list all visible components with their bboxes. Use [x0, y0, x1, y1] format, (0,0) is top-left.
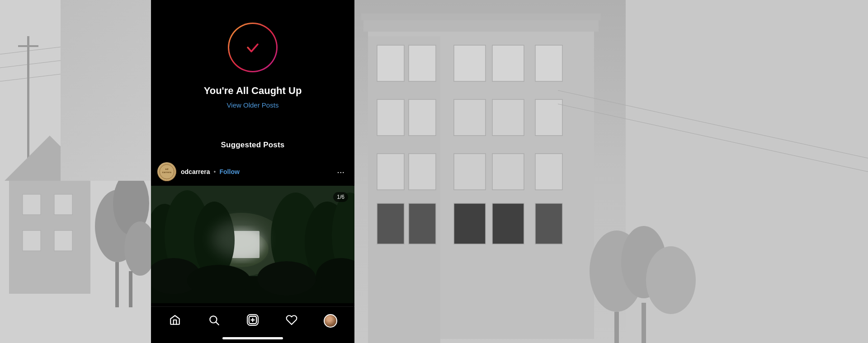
svg-rect-31 — [409, 154, 436, 190]
phone-content: You're All Caught Up View Older Posts Su… — [151, 0, 354, 306]
svg-rect-26 — [409, 99, 436, 136]
nav-add[interactable] — [241, 311, 264, 331]
svg-text:carrera: carrera — [162, 171, 171, 174]
svg-rect-20 — [377, 45, 404, 81]
avatar-image: od carrera — [157, 162, 176, 181]
svg-point-65 — [187, 265, 250, 296]
heart-icon — [286, 314, 297, 328]
svg-rect-15 — [129, 271, 132, 307]
svg-rect-43 — [614, 312, 619, 343]
caught-up-title: You're All Caught Up — [204, 85, 302, 97]
home-icon — [169, 314, 181, 328]
post-user-info: odcarrera • Follow — [181, 168, 329, 175]
svg-text:od: od — [165, 168, 168, 170]
svg-rect-8 — [54, 194, 72, 215]
caught-up-section: You're All Caught Up View Older Posts — [151, 0, 354, 127]
svg-rect-29 — [535, 99, 562, 136]
svg-point-42 — [646, 246, 696, 314]
svg-line-45 — [558, 90, 868, 158]
svg-rect-38 — [492, 203, 524, 244]
svg-rect-25 — [377, 99, 404, 136]
svg-rect-14 — [115, 262, 119, 307]
suggested-posts-section: Suggested Posts od carrera — [151, 127, 354, 306]
background-right — [354, 0, 868, 343]
svg-rect-32 — [454, 154, 486, 190]
view-older-posts-link[interactable]: View Older Posts — [227, 101, 279, 109]
svg-rect-23 — [492, 45, 524, 81]
home-indicator — [222, 337, 283, 339]
svg-rect-21 — [409, 45, 436, 81]
svg-rect-36 — [409, 203, 436, 244]
svg-rect-28 — [492, 99, 524, 136]
svg-marker-6 — [5, 136, 95, 181]
nav-home[interactable] — [164, 311, 186, 331]
user-avatar[interactable]: od carrera — [157, 162, 176, 181]
add-icon — [247, 314, 259, 328]
check-circle-icon — [228, 23, 278, 72]
svg-rect-18 — [361, 14, 601, 20]
svg-rect-4 — [18, 45, 38, 47]
follow-button[interactable]: Follow — [220, 168, 240, 175]
post-username[interactable]: odcarrera — [181, 168, 210, 175]
svg-rect-33 — [492, 154, 524, 190]
svg-line-1 — [0, 50, 151, 68]
background-left — [0, 0, 151, 343]
svg-rect-37 — [454, 203, 486, 244]
post-image[interactable]: 1/6 — [151, 186, 354, 303]
nav-activity[interactable] — [280, 311, 303, 331]
svg-rect-30 — [377, 154, 404, 190]
nav-search[interactable] — [203, 311, 225, 331]
svg-rect-55 — [223, 231, 259, 258]
svg-line-2 — [0, 63, 151, 81]
image-counter-badge: 1/6 — [333, 192, 348, 202]
search-icon — [208, 314, 220, 328]
svg-rect-7 — [23, 194, 41, 215]
svg-rect-35 — [377, 203, 404, 244]
post-image-svg — [151, 186, 354, 303]
post-header: od carrera odcarrera • Follow ··· — [151, 158, 354, 186]
svg-rect-9 — [23, 230, 41, 251]
suggested-header: Suggested Posts — [151, 127, 354, 158]
dot-separator: • — [214, 168, 216, 175]
phone-container: You're All Caught Up View Older Posts Su… — [151, 0, 354, 343]
svg-rect-44 — [642, 303, 646, 343]
more-options-button[interactable]: ··· — [333, 165, 348, 178]
svg-rect-10 — [54, 230, 72, 251]
svg-rect-22 — [454, 45, 486, 81]
svg-rect-27 — [454, 99, 486, 136]
checkmark-svg — [243, 38, 262, 57]
nav-profile[interactable] — [319, 311, 342, 331]
svg-rect-5 — [9, 181, 90, 294]
svg-rect-3 — [27, 36, 29, 172]
svg-rect-34 — [535, 154, 562, 190]
profile-nav-avatar — [324, 314, 337, 328]
avatar-svg: od carrera — [157, 162, 176, 181]
svg-line-69 — [216, 322, 219, 325]
svg-rect-39 — [535, 203, 562, 244]
svg-point-66 — [257, 261, 316, 296]
svg-line-46 — [558, 104, 868, 172]
suggested-posts-title: Suggested Posts — [221, 141, 285, 149]
svg-rect-24 — [535, 45, 562, 81]
post-card: od carrera odcarrera • Follow ··· — [151, 158, 354, 303]
